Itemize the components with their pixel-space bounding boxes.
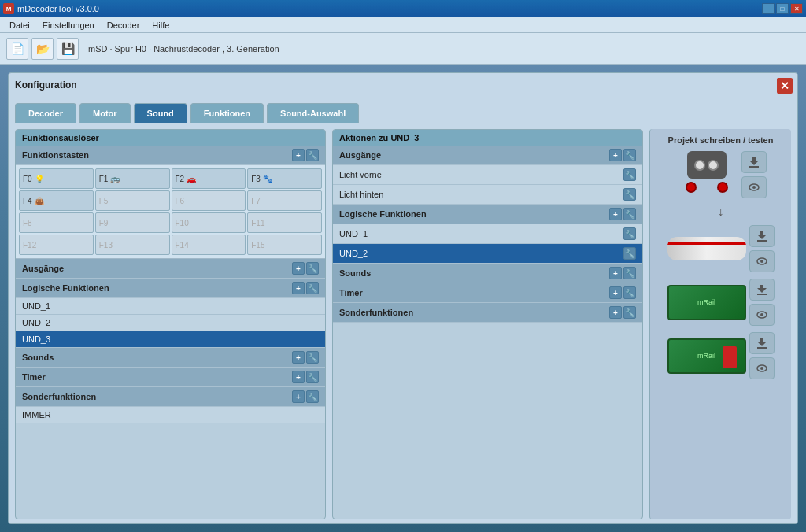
sidebar-eye-btn-2[interactable]: [749, 250, 775, 272]
add-logische-btn[interactable]: +: [292, 282, 305, 294]
add-right-timer-btn[interactable]: +: [609, 286, 622, 299]
wrench-right-timer-btn[interactable]: 🔧: [623, 286, 636, 299]
right-und1[interactable]: UND_1 🔧: [333, 224, 642, 244]
right-licht-hinten[interactable]: Licht hinten 🔧: [333, 185, 642, 205]
menu-decoder[interactable]: Decoder: [101, 19, 146, 31]
section-sounds-left: Sounds + 🔧: [16, 348, 325, 368]
wrench-ausgaenge-btn[interactable]: 🔧: [306, 262, 319, 275]
fkey-f1[interactable]: F1🚌: [95, 168, 170, 189]
minimize-button[interactable]: ─: [762, 3, 775, 14]
wrench-right-sonder-btn[interactable]: 🔧: [623, 306, 636, 319]
list-item-und2[interactable]: UND_2: [16, 315, 325, 331]
sidebar-download-btn-2[interactable]: [749, 225, 775, 247]
sidebar-download-btn-3[interactable]: [749, 279, 775, 301]
svg-point-19: [760, 367, 763, 370]
fkey-f13[interactable]: F13: [95, 235, 170, 255]
arrow-down-icon: ↓: [656, 205, 785, 219]
fkey-f7[interactable]: F7: [247, 190, 322, 211]
section-timer-left: Timer + 🔧: [16, 368, 325, 387]
wrench-logische-btn[interactable]: 🔧: [306, 282, 319, 294]
wrench-licht-vorne-btn[interactable]: 🔧: [623, 168, 636, 181]
add-right-sonder-btn[interactable]: +: [609, 306, 622, 319]
wrench-sounds-left-btn[interactable]: 🔧: [306, 351, 319, 364]
menu-datei[interactable]: Datei: [3, 19, 36, 31]
add-right-logische-btn[interactable]: +: [609, 208, 622, 220]
fkey-f14[interactable]: F14: [172, 235, 246, 255]
title-bar-text: mDecoderTool v3.0.0: [17, 4, 762, 13]
tab-funktionen[interactable]: Funktionen: [190, 103, 264, 123]
fkey-f8[interactable]: F8: [19, 212, 94, 233]
sidebar-train-section: [656, 225, 785, 272]
svg-rect-11: [760, 285, 763, 289]
close-window-button[interactable]: ✕: [790, 3, 803, 14]
fkey-f12[interactable]: F12: [19, 235, 94, 255]
fkey-f6[interactable]: F6: [172, 190, 246, 211]
robot-eye-right: [708, 160, 719, 171]
config-close-button[interactable]: ✕: [777, 78, 793, 94]
fkey-f9[interactable]: F9: [95, 212, 170, 233]
fkey-f0[interactable]: F0💡: [19, 168, 94, 189]
wrench-right-und1-btn[interactable]: 🔧: [623, 227, 636, 240]
fkey-f11[interactable]: F11: [247, 212, 322, 233]
wrench-sonder-left-btn[interactable]: 🔧: [306, 390, 319, 403]
add-right-sounds-btn[interactable]: +: [609, 267, 622, 279]
fkey-f4[interactable]: F4👜: [19, 190, 94, 211]
add-funktionstasten-btn[interactable]: +: [292, 149, 305, 161]
add-sounds-left-btn[interactable]: +: [292, 351, 305, 364]
fkey-grid: F0💡 F1🚌 F2🚗 F3🐾 F4👜 F5 F6 F7 F8 F9 F10 F…: [16, 165, 325, 259]
wrench-right-logische-btn[interactable]: 🔧: [623, 208, 636, 220]
fkey-f15[interactable]: F15: [247, 235, 322, 255]
funktionsausloeser-label: Funktionsauslöser: [22, 133, 99, 142]
svg-rect-1: [752, 157, 756, 161]
list-item-und1[interactable]: UND_1: [16, 298, 325, 315]
add-sonder-left-btn[interactable]: +: [292, 390, 305, 403]
svg-rect-2: [749, 166, 759, 168]
section-funktionstasten: Funktionstasten + 🔧: [16, 146, 325, 165]
add-timer-left-btn[interactable]: +: [292, 371, 305, 383]
sidebar-eye-btn-1[interactable]: [741, 176, 767, 198]
list-item-immer[interactable]: IMMER: [16, 407, 325, 423]
svg-rect-12: [757, 294, 767, 295]
fkey-f2[interactable]: F2🚗: [172, 168, 246, 189]
right-timer: Timer + 🔧: [333, 283, 642, 303]
config-panel: Konfiguration ✕ Decoder Motor Sound Funk…: [8, 72, 798, 524]
sidebar-decoder-section: mRail: [656, 279, 785, 326]
fkey-f10[interactable]: F10: [172, 212, 246, 233]
sidebar-download-btn-4[interactable]: [749, 332, 775, 354]
title-bar-controls: ─ □ ✕: [762, 3, 803, 14]
add-ausgaenge-btn[interactable]: +: [292, 262, 305, 275]
fkey-f5[interactable]: F5: [95, 190, 170, 211]
toolbar-open-btn[interactable]: 📂: [31, 38, 54, 60]
left-panel-header: Funktionsauslöser: [16, 130, 325, 146]
wrench-timer-left-btn[interactable]: 🔧: [306, 371, 319, 383]
fkey-f3[interactable]: F3🐾: [247, 168, 322, 189]
svg-rect-16: [760, 338, 763, 342]
wrench-right-und2-btn[interactable]: 🔧: [623, 247, 636, 260]
add-right-ausgaenge-btn[interactable]: +: [609, 149, 622, 161]
list-item-und3[interactable]: UND_3: [16, 331, 325, 348]
menu-einstellungen[interactable]: Einstellungen: [36, 19, 101, 31]
right-licht-vorne[interactable]: Licht vorne 🔧: [333, 165, 642, 185]
tab-bar: Decoder Motor Sound Funktionen Sound-Aus…: [15, 103, 791, 123]
tab-motor[interactable]: Motor: [79, 103, 131, 123]
sidebar: Projekt schreiben / testen: [649, 129, 791, 519]
tab-sound[interactable]: Sound: [134, 103, 187, 123]
tab-decoder[interactable]: Decoder: [15, 103, 76, 123]
wrench-right-sounds-btn[interactable]: 🔧: [623, 267, 636, 279]
sidebar-eye-btn-4[interactable]: [749, 357, 775, 379]
menu-hilfe[interactable]: Hilfe: [146, 19, 176, 31]
wrench-licht-hinten-btn[interactable]: 🔧: [623, 188, 636, 201]
left-panel-scroll[interactable]: Funktionstasten + 🔧 F0💡 F1🚌 F2🚗 F3🐾 F4👜: [16, 146, 325, 423]
svg-point-14: [760, 313, 763, 316]
right-panel-scroll[interactable]: Ausgänge + 🔧 Licht vorne 🔧: [333, 146, 642, 323]
toolbar-save-btn[interactable]: 💾: [57, 38, 79, 60]
section-ausgaenge: Ausgänge + 🔧: [16, 259, 325, 279]
wrench-funktionstasten-btn[interactable]: 🔧: [306, 149, 319, 161]
sidebar-eye-btn-3[interactable]: [749, 304, 775, 326]
tab-sound-auswahl[interactable]: Sound-Auswahl: [267, 103, 359, 123]
sidebar-download-btn-1[interactable]: [741, 151, 767, 173]
right-und2[interactable]: UND_2 🔧: [333, 244, 642, 264]
wrench-right-ausgaenge-btn[interactable]: 🔧: [623, 149, 636, 161]
maximize-button[interactable]: □: [776, 3, 789, 14]
toolbar-new-btn[interactable]: 📄: [6, 38, 28, 60]
